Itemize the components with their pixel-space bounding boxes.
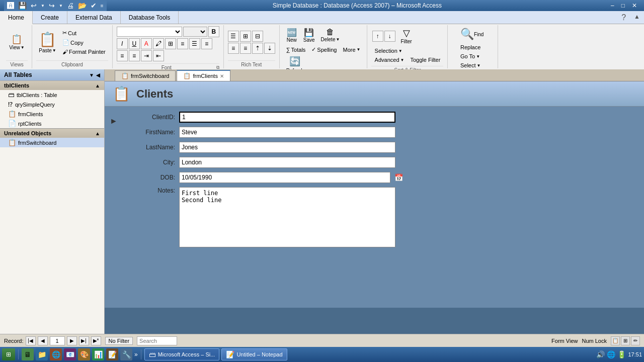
cut-btn[interactable]: ✂ Cut — [60, 29, 108, 37]
nav-section-tbl-clients[interactable]: tblClients ▲ — [0, 81, 104, 90]
last-record-btn[interactable]: ▶| — [79, 336, 89, 345]
tab-tools[interactable]: Database Tools — [121, 11, 179, 24]
new-blank-record-btn[interactable]: ▶* — [91, 336, 101, 345]
filter-btn[interactable]: ▽ Filter — [396, 26, 417, 46]
toggle-filter-btn[interactable]: Toggle Filter — [408, 56, 443, 64]
taskbar-icon-1[interactable]: 🖥 — [22, 348, 34, 360]
start-button[interactable]: ⊞ — [2, 348, 15, 360]
nav-item-qry-simple[interactable]: ⁉ qrySimpleQuery — [0, 100, 104, 109]
view-dropdown[interactable]: ▼ — [21, 45, 25, 50]
office-btn[interactable]: 🅰 — [6, 2, 15, 10]
replace-btn[interactable]: Replace — [458, 43, 488, 51]
firstname-input[interactable] — [179, 127, 395, 138]
paste-dropdown[interactable]: ▼ — [52, 48, 56, 53]
nav-section-unrelated[interactable]: Unrelated Objects ▲ — [0, 128, 104, 138]
rt-btn2[interactable]: ⊞ — [240, 31, 251, 42]
maximize-btn[interactable]: □ — [618, 1, 628, 10]
taskbar-icon-2[interactable]: 📁 — [36, 348, 48, 360]
open-btn[interactable]: 📂 — [77, 2, 88, 10]
selection-dropdown[interactable]: ▼ — [398, 49, 403, 53]
rt-btn5[interactable]: ≡ — [240, 43, 251, 54]
minimize-btn[interactable]: – — [608, 1, 617, 10]
find-btn[interactable]: 🔍 Find — [458, 26, 488, 42]
paste-btn[interactable]: 📋 Paste ▼ — [36, 30, 59, 55]
nav-section-collapse-btn[interactable]: ▲ — [95, 83, 100, 88]
new-record-btn[interactable]: 🆕 New — [284, 26, 300, 44]
indent-btn[interactable]: ⇥ — [141, 50, 152, 61]
dob-input[interactable] — [179, 172, 390, 183]
nav-item-frm-switchboard[interactable]: 📋 frmSwitchboard — [0, 138, 104, 147]
window-controls[interactable]: – □ ✕ — [608, 1, 640, 10]
select-btn[interactable]: Select ▼ — [458, 61, 488, 69]
list-btn[interactable]: ≡ — [117, 50, 128, 61]
sort-asc-btn[interactable]: ↑ — [372, 31, 383, 42]
rt-btn7[interactable]: ⇣ — [264, 43, 275, 54]
save-record-btn[interactable]: 💾 Save — [301, 26, 317, 44]
print-btn[interactable]: 🖨 — [66, 2, 75, 10]
list2-btn[interactable]: ≡ — [129, 50, 140, 61]
ribbon-help-btn[interactable]: ? — [617, 11, 630, 24]
layout-view-btn[interactable]: ⊞ — [621, 336, 630, 345]
nav-pane-header[interactable]: All Tables ▼ ◀ — [0, 69, 104, 81]
select-dropdown[interactable]: ▼ — [477, 63, 481, 68]
copy-btn[interactable]: 📄 Copy — [60, 38, 108, 47]
taskbar-access-btn[interactable]: 🗃 Microsoft Access – Si... — [144, 348, 220, 360]
spelling-btn[interactable]: ✓ Spelling — [309, 45, 339, 54]
font-size-select[interactable] — [183, 27, 207, 37]
more-btn[interactable]: More ▼ — [340, 45, 363, 54]
filter-status[interactable]: No Filter — [105, 337, 133, 345]
sys-icon-1[interactable]: 🔊 — [596, 350, 605, 358]
tab-external[interactable]: External Data — [67, 11, 121, 24]
taskbar-icon-7[interactable]: 📝 — [106, 348, 118, 360]
ribbon-collapse-btn[interactable]: ▲ — [630, 11, 644, 24]
sys-icon-3[interactable]: 🔋 — [617, 350, 626, 358]
search-input[interactable] — [137, 336, 177, 345]
tab-frm-clients-close-btn[interactable]: ✕ — [220, 73, 224, 79]
format-painter-btn[interactable]: 🖌 Format Painter — [60, 48, 108, 56]
close-btn[interactable]: ✕ — [629, 1, 640, 10]
dob-calendar-btn[interactable]: 📅 — [394, 173, 403, 182]
taskbar-icon-6[interactable]: 📊 — [92, 348, 104, 360]
first-record-btn[interactable]: |◀ — [26, 336, 36, 345]
lastname-input[interactable] — [179, 142, 395, 153]
font-face-select[interactable] — [117, 27, 182, 37]
delete-dropdown[interactable]: ▼ — [336, 37, 340, 42]
rt-btn6[interactable]: ⇡ — [252, 43, 263, 54]
qa-extra[interactable]: ✔ — [90, 2, 98, 10]
clientid-input[interactable] — [179, 112, 395, 123]
nav-item-frm-clients[interactable]: 📋 frmClients — [0, 109, 104, 119]
form-view-btn[interactable]: 📋 — [611, 336, 620, 345]
save-quick-btn[interactable]: 💾 — [17, 2, 28, 10]
tab-home[interactable]: Home — [0, 11, 33, 24]
align-center-btn[interactable]: ☰ — [189, 38, 200, 49]
view-btn[interactable]: 📋 View ▼ — [7, 33, 27, 52]
nav-item-rpt-clients[interactable]: 📄 rptClients — [0, 119, 104, 128]
next-record-btn[interactable]: ▶ — [67, 336, 77, 345]
redo-btn[interactable]: ↪ — [48, 2, 56, 10]
redo-dropdown[interactable]: ▼ — [58, 4, 64, 8]
delete-record-btn[interactable]: 🗑 Delete ▼ — [318, 26, 343, 44]
taskbar-icon-3[interactable]: 🌐 — [50, 348, 62, 360]
highlight-btn[interactable]: 🖍 — [153, 38, 164, 49]
city-input[interactable] — [179, 157, 395, 168]
taskbar-notepad-btn[interactable]: 📝 Untitled – Notepad — [221, 348, 287, 360]
totals-btn[interactable]: ∑ Totals — [284, 45, 308, 54]
underline-btn[interactable]: U — [129, 38, 140, 49]
align-left-btn[interactable]: ≡ — [177, 38, 188, 49]
taskbar-show-more[interactable]: » — [134, 351, 138, 358]
design-view-btn[interactable]: ✏ — [631, 336, 640, 345]
font-color-btn[interactable]: A — [141, 38, 152, 49]
sort-desc-btn[interactable]: ↓ — [384, 31, 395, 42]
undo-dropdown[interactable]: ▼ — [40, 4, 46, 8]
advanced-btn[interactable]: Advanced ▼ — [372, 56, 407, 64]
sys-icon-2[interactable]: 🌐 — [607, 350, 615, 358]
selection-btn[interactable]: Selection ▼ — [372, 47, 405, 55]
go-to-btn[interactable]: Go To ▼ — [458, 52, 488, 60]
advanced-dropdown[interactable]: ▼ — [400, 58, 405, 62]
taskbar-icon-5[interactable]: 🎨 — [78, 348, 90, 360]
outdent-btn[interactable]: ⇤ — [153, 50, 164, 61]
align-right-btn[interactable]: ≡ — [201, 38, 212, 49]
qa-more[interactable]: ≡ — [100, 3, 105, 9]
more-dropdown[interactable]: ▼ — [357, 47, 361, 52]
border-btn[interactable]: ⊞ — [165, 38, 176, 49]
